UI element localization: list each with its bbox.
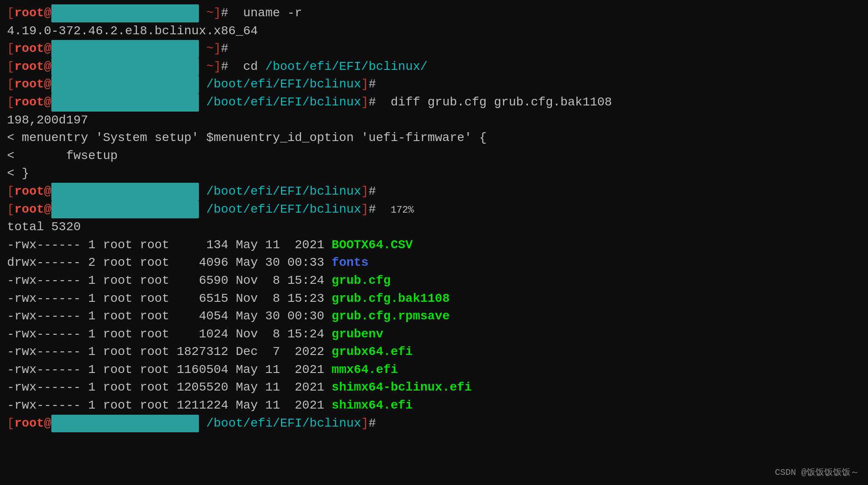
- terminal-line: [root@ /boot/efi/EFI/bclinux]# 172%: [7, 201, 861, 219]
- terminal-line: [root@ /boot/efi/EFI/bclinux]#: [7, 183, 861, 201]
- ls-entry: -rwx------ 1 root root 4054 May 30 00:30…: [7, 308, 861, 326]
- ls-entry: -rwx------ 1 root root 6515 Nov 8 15:23 …: [7, 290, 861, 308]
- terminal-line: [root@ ~]#: [7, 40, 861, 58]
- ls-entry: -rwx------ 1 root root 1160504 May 11 20…: [7, 361, 861, 379]
- watermark: CSDN @饭饭饭饭饭～: [775, 466, 859, 479]
- diff-header: 198,200d197: [7, 112, 861, 130]
- terminal-line: [root@ /boot/efi/EFI/bclinux]# diff grub…: [7, 94, 861, 112]
- ls-entry: -rwx------ 1 root root 6590 Nov 8 15:24 …: [7, 272, 861, 290]
- diff-remove-line: < }: [7, 165, 861, 183]
- kernel-version-output: 4.19.0-372.46.2.el8.bclinux.x86_64: [7, 22, 861, 40]
- terminal-line: [root@ /boot/efi/EFI/bclinux]#: [7, 76, 861, 94]
- ls-entry: -rwx------ 1 root root 134 May 11 2021 B…: [7, 236, 861, 254]
- diff-remove-line: < fwsetup: [7, 147, 861, 165]
- terminal-line: [root@ ~]# uname -r: [7, 4, 861, 22]
- ls-entry: -rwx------ 1 root root 1211224 May 11 20…: [7, 397, 861, 415]
- ls-entry: -rwx------ 1 root root 1827312 Dec 7 202…: [7, 343, 861, 361]
- terminal-line: [root@ ~]# cd /boot/efi/EFI/bclinux/: [7, 58, 861, 76]
- terminal-line: [root@ /boot/efi/EFI/bclinux]#: [7, 415, 861, 433]
- ls-entry: -rwx------ 1 root root 1024 Nov 8 15:24 …: [7, 326, 861, 344]
- terminal: [root@ ~]# uname -r 4.19.0-372.46.2.el8.…: [0, 0, 868, 485]
- ls-entry: drwx------ 2 root root 4096 May 30 00:33…: [7, 254, 861, 272]
- ls-total: total 5320: [7, 218, 861, 236]
- ls-entry: -rwx------ 1 root root 1205520 May 11 20…: [7, 379, 861, 397]
- diff-remove-line: < menuentry 'System setup' $menuentry_id…: [7, 129, 861, 147]
